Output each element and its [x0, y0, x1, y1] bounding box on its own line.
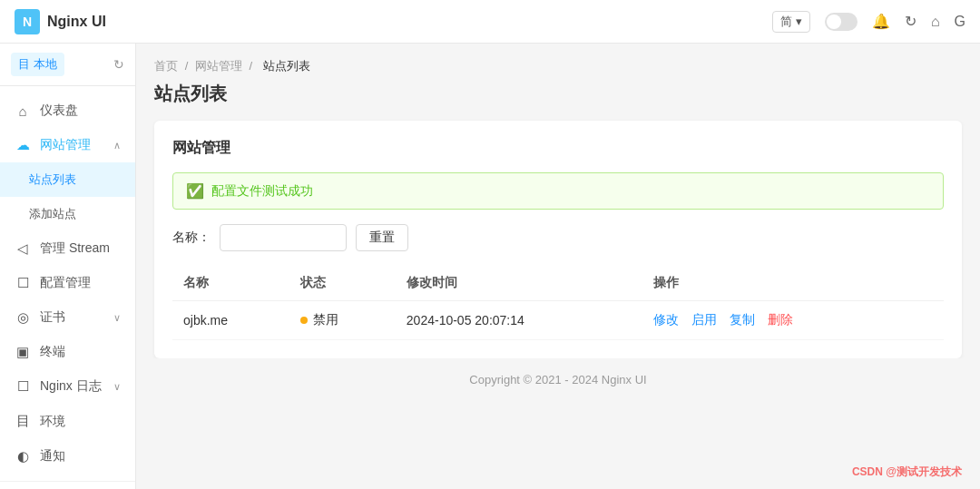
top-header: N Nginx UI 简 ▾ 🔔 ↻ ⌂ G — [0, 0, 980, 44]
card-title: 网站管理 — [172, 139, 944, 158]
sidebar-item-label: 仪表盘 — [40, 103, 78, 119]
logo-area: N Nginx UI — [15, 9, 106, 34]
page-title: 站点列表 — [154, 82, 962, 106]
tab-icon: 目 — [18, 56, 30, 73]
cell-actions: 修改 启用 复制 删除 — [642, 301, 944, 340]
sidebar-item-label: 配置管理 — [40, 275, 91, 291]
filter-label: 名称： — [172, 230, 211, 246]
terminal-icon: ▣ — [15, 344, 31, 360]
success-message: 配置文件测试成功 — [211, 183, 313, 200]
site-table: 名称 状态 修改时间 操作 ojbk.me 禁用 — [172, 266, 944, 340]
breadcrumb: 首页 / 网站管理 / 站点列表 — [154, 58, 962, 74]
notify-icon: ◐ — [15, 448, 31, 465]
col-name: 名称 — [172, 266, 289, 301]
sidebar-item-label: 终端 — [40, 344, 65, 360]
env-icon: 目 — [15, 413, 31, 430]
settings-icon[interactable]: G — [955, 14, 965, 30]
success-banner: ✅ 配置文件测试成功 — [172, 172, 944, 210]
sidebar-item-cert[interactable]: ◎ 证书 ∨ — [0, 300, 135, 335]
cell-name: ojbk.me — [172, 301, 289, 340]
dashboard-icon: ⌂ — [15, 103, 31, 119]
footer: Copyright © 2021 - 2024 Nginx UI — [154, 358, 962, 401]
config-icon: ☐ — [15, 275, 31, 291]
sidebar-item-website[interactable]: ☁ 网站管理 ∧ — [0, 128, 135, 162]
sidebar-nav: ⌂ 仪表盘 ☁ 网站管理 ∧ 站点列表 添加站点 ◁ 管理 Stream ☐ 配… — [0, 86, 135, 481]
sidebar-item-label: Nginx 日志 — [40, 378, 102, 395]
reset-button[interactable]: 重置 — [356, 224, 408, 251]
sidebar-tab-local[interactable]: 目 本地 — [11, 53, 64, 76]
sidebar-item-site-list[interactable]: 站点列表 — [0, 162, 135, 197]
action-delete[interactable]: 删除 — [768, 312, 793, 327]
filter-input[interactable] — [220, 224, 347, 251]
sidebar-item-dashboard[interactable]: ⌂ 仪表盘 — [0, 93, 135, 128]
cell-modified: 2024-10-05 20:07:14 — [396, 301, 642, 340]
breadcrumb-sep1: / — [185, 59, 189, 73]
col-actions: 操作 — [642, 266, 944, 301]
sidebar-item-label: 证书 — [40, 309, 65, 326]
table-row: ojbk.me 禁用 2024-10-05 20:07:14 修改 启用 复制 — [172, 301, 944, 340]
content-area: 首页 / 网站管理 / 站点列表 站点列表 网站管理 ✅ 配置文件测试成功 名称… — [136, 44, 980, 489]
table-header: 名称 状态 修改时间 操作 — [172, 266, 944, 301]
sidebar-item-label: 通知 — [40, 448, 65, 465]
table-body: ojbk.me 禁用 2024-10-05 20:07:14 修改 启用 复制 — [172, 301, 944, 340]
sidebar-item-nginx-log[interactable]: ☐ Nginx 日志 ∨ — [0, 369, 135, 404]
sidebar-item-label: 添加站点 — [29, 206, 76, 222]
main-layout: 目 本地 ↻ ⌂ 仪表盘 ☁ 网站管理 ∧ 站点列表 添加站点 ◁ — [0, 44, 980, 489]
app-name: Nginx UI — [47, 14, 106, 30]
sidebar-tabs: 目 本地 ↻ — [0, 44, 135, 86]
action-edit[interactable]: 修改 — [653, 312, 679, 327]
log-icon: ☐ — [15, 378, 31, 395]
tab-label: 本地 — [34, 56, 57, 73]
cell-status: 禁用 — [289, 301, 396, 340]
status-text: 禁用 — [313, 312, 338, 328]
breadcrumb-current: 站点列表 — [263, 59, 310, 73]
sidebar-item-config[interactable]: ☐ 配置管理 — [0, 266, 135, 300]
copyright-text: Copyright © 2021 - 2024 Nginx UI — [469, 373, 646, 386]
sidebar-item-label: 环境 — [40, 414, 65, 430]
breadcrumb-sep2: / — [250, 59, 253, 73]
sidebar-item-terminal[interactable]: ▣ 终端 — [0, 335, 135, 369]
website-icon: ☁ — [15, 137, 31, 153]
home-icon[interactable]: ⌂ — [931, 14, 940, 30]
main-card: 网站管理 ✅ 配置文件测试成功 名称： 重置 名称 状态 修改时间 操作 — [154, 121, 962, 358]
breadcrumb-home[interactable]: 首页 — [154, 59, 178, 73]
sidebar-item-add-site[interactable]: 添加站点 — [0, 197, 135, 231]
sidebar-refresh-icon[interactable]: ↻ — [113, 57, 124, 72]
action-copy[interactable]: 复制 — [730, 312, 755, 327]
chevron-down-icon: ∨ — [113, 312, 121, 324]
status-dot — [300, 317, 308, 324]
header-right: 简 ▾ 🔔 ↻ ⌂ G — [772, 11, 965, 33]
filter-row: 名称： 重置 — [172, 224, 944, 251]
refresh-icon[interactable]: ↻ — [905, 13, 916, 30]
sidebar: 目 本地 ↻ ⌂ 仪表盘 ☁ 网站管理 ∧ 站点列表 添加站点 ◁ — [0, 44, 136, 489]
sidebar-item-label: 网站管理 — [40, 137, 91, 153]
theme-toggle[interactable] — [825, 13, 858, 31]
col-status: 状态 — [289, 266, 396, 301]
cert-icon: ◎ — [15, 309, 31, 326]
sidebar-collapse-button[interactable]: < — [0, 481, 135, 489]
notification-icon[interactable]: 🔔 — [872, 13, 890, 30]
sidebar-item-env[interactable]: 目 环境 — [0, 404, 135, 439]
lang-selector[interactable]: 简 ▾ — [772, 11, 810, 33]
action-enable[interactable]: 启用 — [691, 312, 717, 327]
chevron-down-icon: ∨ — [113, 381, 121, 393]
lang-arrow-icon: ▾ — [796, 15, 802, 28]
sidebar-item-label: 管理 Stream — [40, 240, 110, 257]
chevron-up-icon: ∧ — [113, 140, 121, 152]
sidebar-item-stream[interactable]: ◁ 管理 Stream — [0, 231, 135, 266]
lang-label: 简 — [780, 14, 792, 30]
watermark: CSDN @测试开发技术 — [852, 465, 962, 480]
breadcrumb-website[interactable]: 网站管理 — [195, 59, 242, 73]
col-modified: 修改时间 — [396, 266, 642, 301]
success-icon: ✅ — [186, 182, 204, 200]
sidebar-item-label: 站点列表 — [29, 171, 76, 188]
sidebar-item-notify[interactable]: ◐ 通知 — [0, 439, 135, 474]
stream-icon: ◁ — [15, 240, 31, 257]
app-logo-icon: N — [15, 9, 40, 34]
